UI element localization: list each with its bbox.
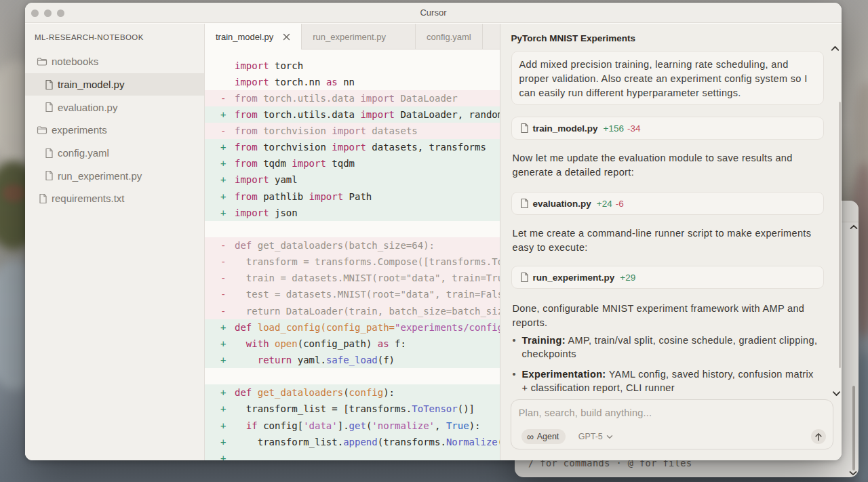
code-text: transform_list.append(transforms.Normali… (235, 434, 500, 450)
code-line: + (205, 450, 500, 460)
lines-removed-count: -6 (616, 199, 624, 209)
file-icon (45, 170, 54, 181)
lines-added-count: +29 (620, 273, 635, 283)
diff-context-marker (220, 368, 226, 384)
code-line: -def get_dataloaders(batch_size=64): (205, 237, 500, 254)
code-line: +from torch.utils.data import DataLoader… (205, 106, 500, 123)
bullet-dot: • (513, 334, 522, 361)
sidebar-file-run-experiment-py[interactable]: run_experiment.py (25, 164, 204, 187)
sidebar-folder-experiments[interactable]: experiments (25, 119, 204, 142)
chat-input-box[interactable]: Plan, search, build anything... ∞ Agent … (511, 399, 833, 449)
tab-run-experiment-py[interactable]: run_experiment.py (302, 24, 416, 49)
tree-item-label: evaluation.py (58, 102, 117, 113)
agent-mode-pill[interactable]: ∞ Agent (521, 429, 566, 444)
tree-item-label: notebooks (52, 56, 98, 67)
file-change-chip[interactable]: evaluation.py+24-6 (511, 192, 824, 215)
diff-added-marker: + (220, 352, 226, 368)
diff-added-marker: + (220, 172, 226, 188)
bullet-item: •Experimentation: YAML config, saved his… (513, 367, 824, 395)
code-text: transform = transforms.Compose([transfor… (235, 254, 500, 270)
bullet-text: Training: AMP, train/val split, cosine s… (522, 334, 818, 361)
code-line: +from tqdm import tqdm (205, 155, 500, 172)
code-line: - test = datasets.MNIST(root="data", tra… (205, 286, 500, 302)
code-line: +def load_config(config_path="experiment… (205, 319, 500, 336)
explorer-sidebar: ML-RESEARCH-NOTEBOOK notebookstrain_mode… (25, 24, 205, 460)
sidebar-file-config-yaml[interactable]: config.yaml (25, 142, 204, 165)
code-text: from torchvision import datasets, transf… (235, 139, 486, 155)
background-scrollbar[interactable] (852, 386, 855, 470)
assistant-message: Done, configurable MNIST experiment fram… (513, 302, 820, 330)
model-label: GPT-5 (578, 432, 603, 441)
diff-removed-marker: - (220, 270, 226, 286)
bullet-text: Experimentation: YAML config, saved hist… (522, 367, 815, 395)
file-chip-name: run_experiment.py (533, 273, 615, 283)
assistant-message: Let me create a command-line runner scri… (513, 226, 820, 255)
sidebar-folder-notebooks[interactable]: notebooks (25, 50, 204, 73)
model-picker[interactable]: GPT-5 (578, 429, 613, 444)
code-text: if config['data'].get('normalize', True)… (235, 418, 480, 434)
agent-mode-label: Agent (537, 432, 559, 441)
code-line: import torch (205, 58, 500, 74)
tab-train-model-py[interactable]: train_model.py (205, 24, 302, 49)
code-line: + with open(config_path) as f: (205, 336, 500, 352)
titlebar[interactable]: Cursor (25, 3, 842, 23)
diff-added-marker: + (220, 401, 226, 417)
diff-added-marker: + (220, 319, 226, 336)
chat-panel: PyTorch MNIST Experiments Add mixed prec… (500, 24, 842, 460)
send-button[interactable] (811, 429, 826, 444)
user-message-card[interactable]: Add mixed precision training, learning r… (511, 51, 824, 105)
diff-added-marker: + (220, 384, 226, 401)
chevron-down-icon[interactable] (849, 470, 857, 476)
assistant-message: Now let me update the evaluation module … (513, 151, 820, 180)
tab-config-yaml[interactable]: config.yaml (416, 24, 483, 49)
sidebar-file-evaluation-py[interactable]: evaluation.py (25, 96, 204, 119)
file-change-chip[interactable]: run_experiment.py+29 (511, 266, 824, 289)
chat-scroll-down-icon[interactable] (832, 390, 841, 397)
code-text: from torch.utils.data import DataLoader,… (235, 106, 500, 123)
lines-added-count: +24 (597, 199, 612, 209)
code-line: +import json (205, 205, 500, 221)
code-text: from torchvision import datasets (235, 123, 418, 139)
diff-context-marker (220, 58, 226, 74)
code-text: import torch.nn as nn (235, 74, 355, 90)
sidebar-file-train-model-py[interactable]: train_model.py (25, 73, 204, 96)
code-diff-view[interactable]: import torch import torch.nn as nn-from … (205, 49, 500, 460)
close-tab-icon[interactable] (283, 33, 290, 41)
code-text: transform_list = [transforms.ToTensor()] (235, 401, 475, 417)
file-icon (45, 148, 54, 159)
code-line: + transform_list = [transforms.ToTensor(… (205, 401, 500, 417)
file-change-chip[interactable]: train_model.py+156-34 (511, 117, 824, 140)
code-text: test = datasets.MNIST(root="data", train… (235, 286, 500, 302)
diff-removed-marker: - (220, 286, 226, 302)
bullet-item: •Training: AMP, train/val split, cosine … (513, 334, 824, 361)
diff-removed-marker: - (220, 303, 226, 319)
code-text: return DataLoader(train, batch_size=batc… (235, 303, 500, 319)
file-icon (39, 193, 47, 204)
code-line: - train = datasets.MNIST(root="data", tr… (205, 270, 500, 286)
code-text: import yaml (235, 172, 298, 188)
code-line: - transform = transforms.Compose([transf… (205, 254, 500, 270)
chat-message-list: Add mixed precision training, learning r… (511, 51, 824, 395)
diff-added-marker: + (220, 205, 226, 221)
chat-input-placeholder: Plan, search, build anything... (519, 407, 652, 418)
code-line: -from torchvision import datasets (205, 123, 500, 139)
diff-added-marker: + (220, 139, 226, 155)
explorer-project-name: ML-RESEARCH-NOTEBOOK (35, 33, 144, 41)
file-chip-name: train_model.py (533, 123, 598, 134)
chat-scrollbar[interactable] (839, 102, 841, 368)
diff-removed-marker: - (220, 90, 226, 106)
code-line: + transform_list.append(transforms.Norma… (205, 434, 500, 450)
code-line: + return yaml.safe_load(f) (205, 352, 500, 368)
chat-scroll-up-icon[interactable] (831, 45, 840, 52)
diff-added-marker: + (220, 336, 226, 352)
code-text: from tqdm import tqdm (235, 155, 355, 172)
tree-item-label: experiments (52, 124, 107, 136)
sidebar-file-requirements-txt[interactable]: requirements.txt (25, 187, 204, 210)
file-icon (520, 198, 529, 209)
diff-added-marker: + (220, 434, 226, 450)
chat-thread-title: PyTorch MNIST Experiments (511, 33, 636, 43)
chevron-up-icon[interactable] (850, 224, 858, 230)
lines-added-count: +156 (604, 123, 624, 134)
code-line: -from torch.utils.data import DataLoader (205, 90, 500, 106)
code-line: import torch.nn as nn (205, 74, 500, 90)
